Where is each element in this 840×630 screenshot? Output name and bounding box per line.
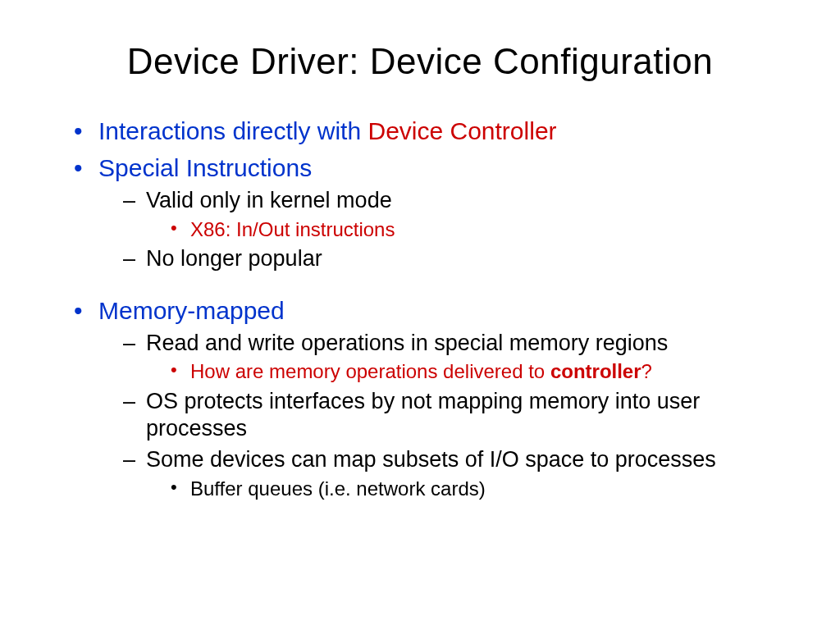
bullet-list-level2-b: Read and write operations in special mem… — [98, 330, 791, 501]
text-memory-mapped: Memory-mapped — [98, 297, 285, 324]
text-read-write: Read and write operations in special mem… — [146, 331, 668, 355]
text-device-controller: Device Controller — [368, 117, 556, 144]
bullet-special-instructions: Special Instructions Valid only in kerne… — [74, 152, 791, 273]
text-x86: X86: In/Out instructions — [190, 218, 395, 240]
bullet-interactions: Interactions directly with Device Contro… — [74, 115, 791, 147]
bullet-list-level1: Interactions directly with Device Contro… — [49, 115, 791, 501]
bullet-no-longer-popular: No longer popular — [123, 245, 791, 273]
slide-title: Device Driver: Device Configuration — [49, 41, 791, 82]
slide-container: Device Driver: Device Configuration Inte… — [0, 0, 840, 630]
bullet-x86: X86: In/Out instructions — [171, 217, 791, 242]
bullet-list-level2-a: Valid only in kernel mode X86: In/Out in… — [98, 187, 791, 273]
bullet-list-level3-b: How are memory operations delivered to c… — [146, 358, 791, 384]
bullet-some-devices: Some devices can map subsets of I/O spac… — [123, 446, 791, 501]
bullet-how-delivered: How are memory operations delivered to c… — [171, 358, 791, 384]
text-special-instructions: Special Instructions — [98, 154, 312, 181]
bullet-buffer-queues: Buffer queues (i.e. network cards) — [171, 476, 791, 501]
bullet-list-level3-a: X86: In/Out instructions — [146, 217, 791, 242]
text-interactions-prefix: Interactions directly with — [98, 117, 368, 144]
text-no-longer-popular: No longer popular — [146, 246, 322, 271]
text-valid-kernel: Valid only in kernel mode — [146, 188, 392, 212]
text-how-suffix: ? — [641, 360, 652, 382]
bullet-read-write: Read and write operations in special mem… — [123, 330, 791, 385]
text-controller-bold: controller — [550, 360, 641, 382]
bullet-memory-mapped: Memory-mapped Read and write operations … — [74, 294, 791, 501]
text-some-devices: Some devices can map subsets of I/O spac… — [146, 447, 716, 472]
bullet-list-level3-c: Buffer queues (i.e. network cards) — [146, 476, 791, 501]
text-os-protects: OS protects interfaces by not mapping me… — [146, 389, 700, 441]
bullet-os-protects: OS protects interfaces by not mapping me… — [123, 388, 791, 444]
text-how-prefix: How are memory operations delivered to — [190, 360, 550, 382]
text-buffer-queues: Buffer queues (i.e. network cards) — [190, 477, 486, 500]
bullet-valid-kernel: Valid only in kernel mode X86: In/Out in… — [123, 187, 791, 242]
